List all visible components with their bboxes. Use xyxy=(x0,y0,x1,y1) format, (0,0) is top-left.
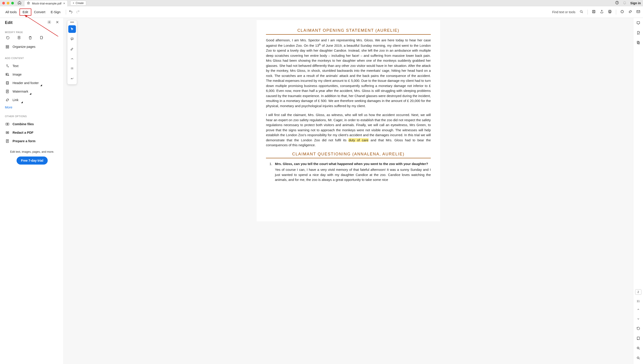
sign-in-button[interactable]: Sign in xyxy=(630,1,641,5)
panel-title: Edit xyxy=(5,20,13,25)
star-icon[interactable] xyxy=(27,1,30,6)
current-page-input[interactable]: 2 xyxy=(635,289,641,295)
create-label: Create xyxy=(76,2,84,5)
svg-rect-16 xyxy=(8,47,9,48)
gear-icon[interactable] xyxy=(47,20,51,25)
highlight-tool-icon[interactable] xyxy=(68,45,76,52)
prepare-form-button[interactable]: Prepare a form xyxy=(5,137,59,145)
next-page-icon[interactable] xyxy=(636,317,640,322)
pdf-page: CLAIMANT OPENING STATEMENT (AURELIE) Goo… xyxy=(257,20,440,221)
add-text-button[interactable]: Text xyxy=(5,62,59,70)
header-footer-label: Header and footer xyxy=(13,81,39,85)
free-trial-button[interactable]: Free 7-day trial xyxy=(17,156,48,164)
home-icon[interactable] xyxy=(18,1,22,6)
sign-tool-icon[interactable] xyxy=(68,74,76,82)
insert-page-icon[interactable] xyxy=(39,36,44,40)
plus-icon: + xyxy=(73,2,74,5)
bookmark-icon[interactable] xyxy=(636,31,640,36)
create-button[interactable]: + Create xyxy=(70,1,86,6)
undo-icon[interactable] xyxy=(69,10,73,14)
search-icon[interactable] xyxy=(579,10,583,14)
ai-assistant-icon[interactable] xyxy=(620,10,624,14)
close-window-icon[interactable] xyxy=(2,2,5,4)
section-label: OTHER OPTIONS xyxy=(5,115,59,118)
watermark-label: Watermark xyxy=(13,90,28,93)
document-viewport[interactable]: CLAIMANT OPENING STATEMENT (AURELIE) Goo… xyxy=(64,18,633,364)
toolbar-divider xyxy=(66,10,66,14)
email-icon[interactable] xyxy=(636,10,640,14)
svg-rect-27 xyxy=(638,42,639,44)
page-display-icon[interactable] xyxy=(636,336,640,341)
section-label: ADD CONTENT xyxy=(5,57,59,60)
doc-paragraph: I will first call the claimant, Mrs. Glo… xyxy=(266,112,431,148)
svg-rect-13 xyxy=(6,46,7,46)
add-image-label: Image xyxy=(13,73,22,76)
add-text-label: Text xyxy=(13,64,19,68)
print-icon[interactable] xyxy=(608,10,612,14)
main-toolbar: All tools Edit Convert E-Sign Find text … xyxy=(0,6,643,18)
draw-tool-icon[interactable] xyxy=(68,55,76,62)
total-pages: 11 xyxy=(637,300,640,303)
redact-pdf-button[interactable]: Redact a PDF xyxy=(5,128,59,137)
help-icon[interactable] xyxy=(615,1,619,6)
combine-label: Combine files xyxy=(13,122,34,126)
select-tool-icon[interactable] xyxy=(68,25,76,33)
svg-rect-15 xyxy=(6,47,7,48)
drag-handle-icon[interactable] xyxy=(70,22,74,22)
bell-icon[interactable] xyxy=(623,1,627,6)
share-icon[interactable] xyxy=(600,10,604,14)
delete-page-icon[interactable] xyxy=(28,36,32,40)
doc-heading: CLAIMANT QUESTIONING (ANNALENA, AURELIE) xyxy=(266,152,431,158)
svg-rect-28 xyxy=(637,337,639,340)
prev-page-icon[interactable] xyxy=(636,308,640,312)
add-image-button[interactable]: Image xyxy=(5,70,59,79)
tab-title: Mock-trial-example.pdf xyxy=(32,2,62,5)
comment-tool-icon[interactable] xyxy=(68,35,76,43)
toolbar-divider xyxy=(587,10,588,14)
redo-icon[interactable] xyxy=(76,10,80,14)
watermark-button[interactable]: Watermark ◢ xyxy=(5,87,59,96)
edit-panel: Edit MODIFY PAGE Organize pages ADD CONT… xyxy=(0,18,64,364)
window-titlebar: Mock-trial-example.pdf × + Create Sign i… xyxy=(0,0,643,6)
rotate-icon[interactable] xyxy=(6,36,10,40)
edit-menu[interactable]: Edit xyxy=(20,8,31,16)
rotate-view-icon[interactable] xyxy=(636,326,640,331)
find-label: Find text or tools xyxy=(552,10,576,14)
comment-icon[interactable] xyxy=(636,21,640,26)
textbox-tool-icon[interactable] xyxy=(68,64,76,72)
svg-rect-8 xyxy=(637,10,640,13)
add-link-button[interactable]: Link ◢ xyxy=(5,96,59,104)
answer-text: Yes of course I can, I have a very vivid… xyxy=(275,167,431,182)
highlighted-text: duty of care xyxy=(348,138,368,142)
minimize-window-icon[interactable] xyxy=(7,2,10,4)
zoom-out-icon[interactable] xyxy=(636,356,640,361)
more-button[interactable]: More xyxy=(5,106,59,109)
section-label: MODIFY PAGE xyxy=(5,31,59,34)
all-tools-menu[interactable]: All tools xyxy=(3,9,20,15)
document-tab[interactable]: Mock-trial-example.pdf × xyxy=(24,0,68,6)
close-tab-icon[interactable]: × xyxy=(63,2,65,5)
promo-text: Edit text, images, pages, and more. xyxy=(5,150,59,154)
close-panel-icon[interactable] xyxy=(55,20,59,25)
save-icon[interactable] xyxy=(592,10,596,14)
svg-rect-14 xyxy=(8,46,9,46)
zoom-in-icon[interactable] xyxy=(636,346,640,351)
organize-pages-button[interactable]: Organize pages xyxy=(5,42,59,51)
esign-menu[interactable]: E-Sign xyxy=(48,9,63,15)
svg-rect-3 xyxy=(592,10,595,13)
floating-toolbar[interactable] xyxy=(67,20,77,84)
organize-label: Organize pages xyxy=(13,45,35,48)
combine-files-button[interactable]: Combine files xyxy=(5,120,59,128)
svg-rect-19 xyxy=(6,82,9,84)
doc-paragraph: Good afternoon, I am Mrs. Spector and I … xyxy=(266,38,431,108)
toolbar-divider xyxy=(616,10,616,14)
link-icon[interactable] xyxy=(628,10,632,14)
doc-heading: CLAIMANT OPENING STATEMENT (AURELIE) xyxy=(266,28,431,35)
svg-point-10 xyxy=(49,22,50,23)
convert-menu[interactable]: Convert xyxy=(31,9,48,15)
maximize-window-icon[interactable] xyxy=(11,2,14,4)
extract-page-icon[interactable] xyxy=(17,36,21,40)
header-footer-button[interactable]: Header and footer ◢ xyxy=(5,79,59,87)
svg-rect-26 xyxy=(637,41,639,44)
thumbnails-icon[interactable] xyxy=(636,41,640,46)
